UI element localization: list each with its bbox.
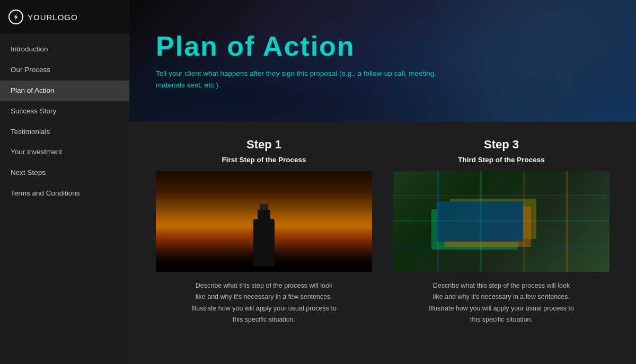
main-content: Plan of Action Tell your client what hap… (129, 0, 636, 364)
logo-text: YOURLOGO (28, 13, 78, 22)
logo-area: YOURLOGO (0, 0, 129, 34)
logo-icon (8, 10, 23, 24)
sidebar-item-our-process[interactable]: Our Process (0, 60, 129, 81)
sidebar-item-success-story[interactable]: Success Story (0, 101, 129, 122)
hero-section: Plan of Action Tell your client what hap… (129, 0, 636, 122)
logo-bold: YOUR (28, 13, 52, 22)
step-1-image (156, 171, 372, 272)
sidebar-item-plan-of-action[interactable]: Plan of Action (0, 81, 129, 101)
sidebar-item-testimonials[interactable]: Testimonials (0, 122, 129, 143)
page-title: Plan of Action (156, 31, 610, 61)
bolt-icon (12, 13, 20, 21)
sidebar-item-next-steps[interactable]: Next Steps (0, 163, 129, 183)
sidebar-item-your-investment[interactable]: Your Investment (0, 142, 129, 163)
step-1-label: First Step of the Process (222, 156, 306, 164)
step-3-label: Third Step of the Process (458, 156, 545, 164)
sidebar: YOURLOGO Introduction Our Process Plan o… (0, 0, 129, 364)
sidebar-item-introduction[interactable]: Introduction (0, 39, 129, 60)
steps-grid: Step 1 First Step of the Process Describ… (156, 138, 610, 325)
svg-marker-0 (14, 14, 18, 20)
step-card-3: Step 3 Third Step of the Process Describ… (393, 138, 610, 325)
step-3-number: Step 3 (484, 138, 519, 152)
step-card-1: Step 1 First Step of the Process Describ… (156, 138, 372, 325)
steps-section: Step 1 First Step of the Process Describ… (129, 122, 636, 347)
logo-light: LOGO (52, 13, 77, 22)
step-3-image (393, 171, 610, 272)
step-1-number: Step 1 (246, 138, 281, 152)
step-1-description: Describe what this step of the process w… (190, 280, 338, 325)
step-3-description: Describe what this step of the process w… (427, 280, 576, 325)
nav-menu: Introduction Our Process Plan of Action … (0, 34, 129, 204)
hero-subtitle: Tell your client what happens after they… (156, 68, 463, 91)
sidebar-item-terms-and-conditions[interactable]: Terms and Conditions (0, 183, 129, 204)
